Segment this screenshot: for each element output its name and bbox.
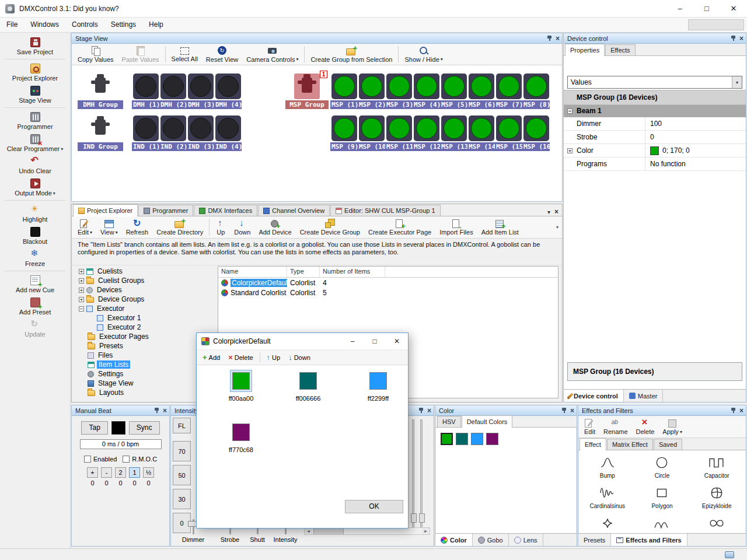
property-value-cell[interactable]: No function: [645, 158, 746, 170]
tree-item-executor-1[interactable]: Executor 1: [76, 313, 215, 323]
tree-item-files[interactable]: Files: [76, 351, 215, 360]
attribute-tab-color[interactable]: Color: [435, 534, 473, 546]
sidebar-item-project-explorer[interactable]: Project Explorer: [0, 61, 70, 83]
close-button[interactable]: ✕: [720, 0, 747, 17]
device-group-list-item[interactable]: MSP Group (16 Devices): [567, 362, 742, 381]
fixture-msp-7[interactable]: MSP (7): [495, 74, 522, 109]
property-row-color[interactable]: +Color0; 170; 0: [564, 144, 746, 158]
pin-icon[interactable]: [547, 35, 553, 41]
vertical-slider-track[interactable]: [420, 419, 423, 528]
close-icon[interactable]: ×: [556, 35, 560, 42]
tree-item-item-lists[interactable]: Item Lists: [76, 360, 215, 369]
tree-item-presets[interactable]: Presets: [76, 341, 215, 351]
property-value-cell[interactable]: 0; 170; 0: [645, 144, 746, 157]
menu-controls[interactable]: Controls: [65, 18, 104, 32]
collapse-icon[interactable]: −: [567, 108, 573, 114]
effect-capacitor[interactable]: Capacitor: [689, 452, 744, 482]
sidebar-item-output-mode[interactable]: Output Mode▾: [0, 176, 70, 198]
explorer-down-button[interactable]: Down: [230, 217, 254, 237]
close-icon[interactable]: ×: [739, 35, 743, 42]
minimize-button[interactable]: –: [666, 0, 693, 17]
preset-color-swatch[interactable]: [456, 433, 468, 445]
fader-track[interactable]: [193, 519, 194, 534]
values-dropdown[interactable]: Values ▾: [567, 76, 742, 89]
intensity-level-fl-button[interactable]: FL: [173, 418, 191, 433]
sidebar-item-undo-clear[interactable]: Undo Clear: [0, 154, 70, 176]
expand-icon[interactable]: +: [567, 148, 573, 153]
fixture-group-ind-group[interactable]: IND Group: [78, 116, 123, 151]
tree-item-layouts[interactable]: Layouts: [76, 388, 215, 397]
expand-icon[interactable]: +: [79, 269, 84, 274]
explorer-edit-button[interactable]: Edit▾: [74, 217, 96, 237]
fixture-dmh-3[interactable]: DMH (3): [187, 74, 214, 109]
color-tab-hsv[interactable]: HSV: [437, 416, 461, 427]
explorer-refresh-button[interactable]: Refresh: [122, 217, 153, 237]
fixture-msp-9[interactable]: MSP (9): [330, 116, 358, 151]
column-header-name[interactable]: Name: [218, 267, 287, 277]
tree-item-stage-view[interactable]: Stage View: [76, 379, 215, 388]
stage-canvas[interactable]: DMH GroupDMH (1)DMH (2)DMH (3)DMH (4)1MS…: [72, 65, 562, 201]
preset-color-swatch[interactable]: [441, 433, 453, 445]
fixture-dmh-2[interactable]: DMH (2): [159, 74, 187, 109]
fixture-msp-2[interactable]: MSP (2): [358, 74, 385, 109]
checkbox-enabled[interactable]: Enabled: [84, 456, 117, 463]
fixture-msp-5[interactable]: MSP (5): [440, 74, 467, 109]
fixture-msp-14[interactable]: MSP (14): [467, 116, 495, 151]
sidebar-item-save-project[interactable]: Save Project: [0, 35, 70, 57]
right-bottom-tab-effects-and-filters[interactable]: Effects and Filters: [611, 534, 687, 546]
property-value-cell[interactable]: 100: [645, 117, 746, 130]
fixture-msp-4[interactable]: MSP (4): [413, 74, 440, 109]
scroll-right-icon[interactable]: ►: [422, 528, 430, 534]
beat-step-button-[interactable]: -: [101, 467, 112, 478]
right-bottom-tab-presets[interactable]: Presets: [578, 534, 611, 546]
stage-camera-controls-button[interactable]: Camera Controls▾: [242, 44, 302, 64]
fixture-msp-15[interactable]: MSP (15): [495, 116, 522, 151]
dialog-add-button[interactable]: +Add: [199, 352, 224, 362]
property-row-programs[interactable]: ProgramsNo function: [564, 158, 746, 171]
color-swatch-item[interactable]: ff00aa00: [213, 370, 269, 402]
monitor-tray-icon[interactable]: [725, 551, 734, 558]
color-swatch-item[interactable]: ff006666: [280, 370, 336, 402]
effects-apply-button[interactable]: Apply▾: [658, 416, 686, 437]
pin-icon[interactable]: [418, 407, 424, 414]
table-row[interactable]: Standard Colorlist 1Colorlist5: [218, 288, 558, 298]
fixture-msp-10[interactable]: MSP (10): [358, 116, 385, 151]
document-tab-channel-overview[interactable]: Channel Overview: [258, 205, 330, 216]
close-tab-icon[interactable]: ×: [554, 208, 558, 216]
expand-icon[interactable]: +: [79, 288, 84, 293]
effect-cardinalsinus[interactable]: Cardinalsinus: [580, 482, 635, 512]
sidebar-item-clear-programmer[interactable]: Clear Programmer▾: [0, 132, 70, 154]
device-tab-effects[interactable]: Effects: [605, 44, 635, 55]
property-row-strobe[interactable]: Strobe0: [564, 131, 746, 144]
tree-item-device-groups[interactable]: +Device Groups: [76, 295, 215, 304]
stage-show-hide-button[interactable]: Show / Hide▾: [400, 44, 446, 64]
document-tab-dmx-interfaces[interactable]: DMX Interfaces: [194, 205, 257, 216]
stage-reset-view-button[interactable]: Reset View: [202, 44, 242, 64]
dialog-minimize-button[interactable]: –: [341, 333, 364, 349]
effects-tab-matrix-effect[interactable]: Matrix Effect: [607, 439, 653, 450]
dialog-down-button[interactable]: ↓Down: [285, 352, 314, 362]
effect-bump[interactable]: Bump: [580, 452, 635, 482]
preset-color-swatch[interactable]: [486, 433, 498, 445]
sidebar-item-programmer[interactable]: Programmer: [0, 110, 70, 132]
expand-icon[interactable]: +: [79, 297, 84, 302]
close-icon[interactable]: ×: [427, 407, 431, 414]
menu-help[interactable]: Help: [142, 18, 170, 32]
fixture-ind-4[interactable]: IND (4): [214, 116, 242, 151]
stage-select-all-button[interactable]: Select All: [167, 44, 202, 64]
tap-button[interactable]: Tap: [81, 421, 107, 435]
effect-circle[interactable]: Circle: [635, 452, 690, 482]
fixture-msp-1[interactable]: MSP (1): [330, 74, 358, 109]
explorer-import-files-button[interactable]: Import Files: [435, 217, 477, 237]
sidebar-item-stage-view[interactable]: Stage View: [0, 83, 70, 106]
expand-icon[interactable]: +: [79, 278, 84, 284]
tree-item-executor-pages[interactable]: Executor Pages: [76, 332, 215, 341]
effect-pows[interactable]: Pows: [635, 512, 690, 533]
device-bottom-tab-device-control[interactable]: Device control: [564, 390, 624, 402]
effects-delete-button[interactable]: Delete: [632, 416, 659, 437]
sidebar-item-freeze[interactable]: Freeze: [0, 247, 70, 269]
tree-item-settings[interactable]: Settings: [76, 369, 215, 379]
intensity-level-50-button[interactable]: 50: [173, 465, 191, 485]
document-tab-project-explorer[interactable]: Project Explorer: [73, 204, 138, 216]
fixture-dmh-1[interactable]: DMH (1): [132, 74, 159, 109]
